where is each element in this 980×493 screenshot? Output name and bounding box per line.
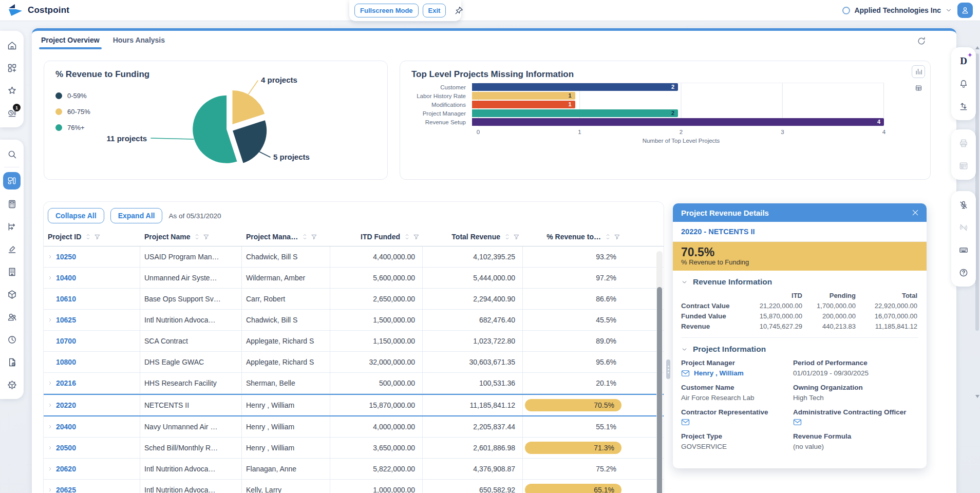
right-rail-help[interactable] xyxy=(951,261,976,284)
pin-icon[interactable] xyxy=(454,6,464,15)
column-header-3[interactable]: Project Mana… xyxy=(242,229,330,246)
sort-icon[interactable] xyxy=(194,233,200,240)
project-information-section[interactable]: Project Information xyxy=(673,338,927,358)
field-value[interactable]: Henry , William xyxy=(681,369,793,377)
fullscreen-mode-button[interactable]: Fullscreen Mode xyxy=(354,4,419,17)
refresh-icon[interactable] xyxy=(916,36,927,48)
project-id-link[interactable]: 10400 xyxy=(56,274,76,282)
scroll-down-icon[interactable] xyxy=(975,395,979,398)
sidebar-item-history[interactable]: 1 xyxy=(0,102,24,124)
page-scrollbar-thumb[interactable] xyxy=(975,53,979,331)
chevron-right-icon[interactable] xyxy=(48,380,53,386)
table-row[interactable]: 10610Base Ops Support Sv…Carr, Robert2,6… xyxy=(44,289,664,310)
bar[interactable]: 1 xyxy=(472,101,575,108)
filter-icon[interactable] xyxy=(413,234,420,240)
user-avatar[interactable] xyxy=(957,3,973,18)
sidebar-item-apps-add[interactable] xyxy=(0,56,24,79)
sidebar-item-calculator[interactable] xyxy=(0,193,24,215)
pie-slice[interactable] xyxy=(233,120,267,163)
pie-chart[interactable] xyxy=(44,61,388,180)
table-view-toggle-icon[interactable] xyxy=(912,82,925,94)
sidebar-item-building[interactable] xyxy=(0,260,24,283)
collapse-all-button[interactable]: Collapse All xyxy=(48,208,104,223)
filter-icon[interactable] xyxy=(513,234,520,240)
project-id-link[interactable]: 10625 xyxy=(56,316,76,324)
column-header-2[interactable]: Project Name xyxy=(140,229,242,246)
column-header-4[interactable]: ITD Funded xyxy=(330,229,423,246)
field-value[interactable] xyxy=(681,419,793,426)
chevron-right-icon[interactable] xyxy=(48,402,53,408)
table-row[interactable]: 10800DHS Eagle GWACApplegate, Richard S3… xyxy=(44,352,664,373)
bar[interactable]: 2 xyxy=(472,109,678,117)
project-id-link[interactable]: 10250 xyxy=(56,253,76,261)
sort-icon[interactable] xyxy=(605,233,611,240)
sort-icon[interactable] xyxy=(504,233,510,240)
table-row[interactable]: 20625Intl Nutrition Advoca…Kelly, Larry1… xyxy=(44,480,664,493)
project-id-link[interactable]: 20625 xyxy=(56,486,76,493)
bar[interactable]: 2 xyxy=(472,83,678,91)
sidebar-item-star[interactable] xyxy=(0,79,24,102)
sidebar-item-pen[interactable] xyxy=(0,238,24,260)
envelope-icon[interactable] xyxy=(681,419,690,426)
sort-icon[interactable] xyxy=(404,233,410,240)
scroll-up-icon[interactable] xyxy=(975,46,979,49)
right-rail-bell[interactable] xyxy=(951,72,976,95)
project-id-link[interactable]: 20216 xyxy=(56,379,76,387)
panel-resize-handle[interactable] xyxy=(666,359,670,379)
sidebar-item-flow[interactable] xyxy=(0,215,24,238)
tab-hours-analysis[interactable]: Hours Analysis xyxy=(113,31,165,49)
exit-button[interactable]: Exit xyxy=(423,4,446,17)
chevron-right-icon[interactable] xyxy=(48,254,53,260)
tab-project-overview[interactable]: Project Overview xyxy=(41,31,100,49)
chevron-right-icon[interactable] xyxy=(48,466,53,472)
table-row[interactable]: 20216HHS Research FacilitySherman, Belle… xyxy=(44,373,664,394)
project-id-link[interactable]: 20620 xyxy=(56,465,76,473)
right-rail-dela-ai[interactable]: D✦ xyxy=(951,50,976,72)
chevron-right-icon[interactable] xyxy=(48,317,53,323)
sidebar-item-gear[interactable] xyxy=(0,373,24,396)
filter-icon[interactable] xyxy=(614,234,620,240)
filter-icon[interactable] xyxy=(94,234,101,240)
column-header-1[interactable]: Project ID xyxy=(44,229,140,246)
sidebar-item-search[interactable] xyxy=(0,143,24,165)
column-header-6[interactable]: % Revenue to… xyxy=(523,229,624,246)
field-value[interactable] xyxy=(793,419,918,426)
close-icon[interactable] xyxy=(911,208,919,217)
right-rail-keyboard[interactable] xyxy=(951,239,976,261)
filter-icon[interactable] xyxy=(203,234,210,240)
sidebar-item-cube[interactable] xyxy=(0,283,24,306)
chevron-right-icon[interactable] xyxy=(48,445,53,451)
sort-icon[interactable] xyxy=(302,233,308,240)
table-row[interactable]: 10625Intl Nutrition Advoca…Chadwick, Bil… xyxy=(44,310,664,331)
sidebar-item-dashboard[interactable] xyxy=(0,169,24,193)
project-id-link[interactable]: 10800 xyxy=(56,358,76,366)
project-id-link[interactable]: 20220 xyxy=(56,401,76,409)
project-id-link[interactable]: 20500 xyxy=(56,444,76,452)
sort-icon[interactable] xyxy=(85,233,91,240)
envelope-icon[interactable] xyxy=(681,370,690,377)
expand-all-button[interactable]: Expand All xyxy=(110,208,163,223)
right-rail-mic-muted[interactable] xyxy=(951,194,976,216)
table-row[interactable]: 10700SCA ContractApplegate, Richard S1,1… xyxy=(44,331,664,352)
bar[interactable]: 4 xyxy=(472,118,884,126)
sidebar-item-home[interactable] xyxy=(0,34,24,56)
sidebar-item-people[interactable] xyxy=(0,306,24,328)
table-row[interactable]: 20500Sched Bill/Monthly R…Henry , Willia… xyxy=(44,438,664,459)
table-row[interactable]: 20220NETCENTS IIHenry , William15,870,00… xyxy=(44,394,664,416)
right-rail-import-export[interactable] xyxy=(951,95,976,118)
company-selector[interactable]: Applied Technologies Inc xyxy=(842,6,952,14)
chevron-right-icon[interactable] xyxy=(48,487,53,493)
sidebar-item-clock[interactable] xyxy=(0,328,24,351)
sidebar-item-file-clock[interactable] xyxy=(0,351,24,373)
table-row[interactable]: 10250USAID Program Man…Chadwick, Bill S4… xyxy=(44,246,664,268)
table-row[interactable]: 20620Intl Nutrition Advoca…Flanagan, Ann… xyxy=(44,459,664,480)
filter-icon[interactable] xyxy=(311,234,317,240)
table-scrollbar[interactable] xyxy=(656,251,663,493)
project-id-link[interactable]: 20400 xyxy=(56,423,76,431)
table-row[interactable]: 20400Navy Unmanned Air …Henry , William4… xyxy=(44,416,664,438)
chevron-right-icon[interactable] xyxy=(48,424,53,430)
bar[interactable]: 1 xyxy=(472,92,575,100)
project-id-link[interactable]: 10700 xyxy=(56,337,76,345)
chevron-right-icon[interactable] xyxy=(48,275,53,281)
pie-slice[interactable] xyxy=(233,90,265,124)
